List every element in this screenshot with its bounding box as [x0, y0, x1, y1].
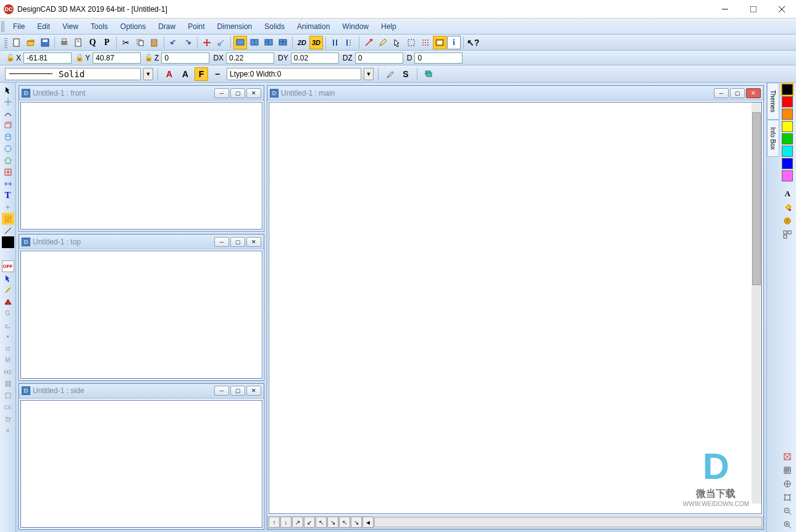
snap-tan-icon[interactable] — [2, 413, 14, 425]
color-swatch-black[interactable] — [782, 84, 793, 95]
pointer-icon[interactable] — [2, 84, 14, 96]
mode-3d-button[interactable]: 3D — [309, 36, 323, 49]
text-t-icon[interactable]: T — [2, 189, 14, 201]
color-swatch-orange[interactable] — [782, 109, 793, 120]
dy-input[interactable] — [291, 52, 339, 64]
d-input[interactable] — [414, 52, 463, 64]
page-icon[interactable] — [72, 36, 85, 49]
panel-close-button[interactable]: ✕ — [246, 386, 261, 396]
zoom-out-icon[interactable] — [781, 505, 794, 517]
hatch-icon[interactable] — [2, 213, 14, 225]
target-x-icon[interactable] — [781, 451, 794, 463]
undo-icon[interactable] — [167, 36, 180, 49]
dz-input[interactable] — [355, 52, 403, 64]
menu-draw[interactable]: Draw — [152, 20, 182, 33]
color-swatch-yellow[interactable] — [782, 121, 793, 132]
dx-input[interactable] — [226, 52, 274, 64]
nav-se-icon[interactable]: ↘ — [327, 517, 338, 528]
properties-p-icon[interactable]: P — [100, 36, 114, 49]
text-f-button[interactable]: F — [195, 67, 208, 81]
x-input[interactable] — [23, 52, 72, 64]
screen1-icon[interactable] — [233, 36, 247, 49]
nav-left-icon[interactable]: ↖ — [339, 517, 350, 528]
paint-bucket-icon[interactable] — [781, 201, 794, 214]
curve-icon[interactable] — [2, 107, 14, 119]
panel-minimize-button[interactable]: ─ — [214, 237, 229, 247]
ltype-display[interactable]: Ltype:0 Width:0 — [227, 68, 361, 80]
color-black-swatch[interactable] — [2, 236, 14, 248]
mode-2d-button[interactable]: 2D — [295, 36, 309, 49]
vertical-scrollbar[interactable] — [752, 102, 761, 504]
nav-scroll-left-icon[interactable]: ◄ — [362, 517, 374, 528]
panel-maximize-button[interactable]: ▢ — [230, 386, 245, 396]
print-icon[interactable] — [57, 36, 71, 49]
line-icon[interactable] — [2, 225, 14, 236]
off-button[interactable]: OFF — [2, 260, 14, 272]
plus-icon[interactable]: + — [2, 201, 14, 213]
parallel2-icon[interactable] — [343, 36, 356, 49]
panel-close-button[interactable]: ✕ — [246, 237, 261, 247]
tool-m2[interactable]: M2 — [2, 366, 14, 378]
panel-maximize-button[interactable]: ▢ — [730, 88, 745, 98]
info-box-icon[interactable] — [433, 36, 446, 49]
tab-infobox[interactable]: Info Box — [767, 120, 779, 157]
nav-sw-icon[interactable]: ↙ — [304, 517, 315, 528]
panel-minimize-button[interactable]: ─ — [714, 88, 729, 98]
s-button[interactable]: S — [399, 67, 413, 81]
color-swatch-magenta[interactable] — [782, 170, 793, 181]
tool-i2[interactable]: I2 — [2, 343, 14, 354]
panel-front-titlebar[interactable]: D Untitled-1 : front ─ ▢ ✕ — [19, 86, 264, 101]
cut-icon[interactable]: ✂ — [119, 36, 133, 49]
text-a-red-button[interactable]: A — [162, 67, 176, 81]
tool-g[interactable]: G — [2, 307, 14, 319]
nav-nw-icon[interactable]: ↖ — [316, 517, 327, 528]
box-icon[interactable] — [2, 119, 14, 131]
scrollbar-thumb[interactable] — [752, 112, 761, 285]
grid-icon[interactable] — [2, 166, 14, 178]
help-icon[interactable]: ↖? — [466, 36, 480, 49]
panel-main-titlebar[interactable]: D Untitled-1 : main ─ ▢ ✕ — [267, 86, 763, 101]
triangle-icon[interactable] — [2, 296, 14, 307]
red-arrow-icon[interactable] — [362, 36, 375, 49]
info-i-icon[interactable]: i — [447, 36, 461, 49]
panel-top-titlebar[interactable]: D Untitled-1 : top ─ ▢ ✕ — [19, 235, 264, 249]
nav-up-icon[interactable]: ↑ — [269, 517, 280, 528]
menu-edit[interactable]: Edit — [31, 20, 56, 33]
snap-perp-icon[interactable] — [2, 319, 14, 331]
close-button[interactable] — [768, 0, 796, 19]
nav-right-icon[interactable]: ↘ — [351, 517, 362, 528]
grid-toggle-icon[interactable] — [781, 464, 794, 476]
screen2-icon[interactable] — [248, 36, 261, 49]
line-style-select[interactable]: Solid — [5, 68, 141, 80]
dimension-icon[interactable] — [2, 178, 14, 189]
panel-close-button[interactable]: ✕ — [746, 88, 761, 98]
save-icon[interactable] — [38, 36, 52, 49]
snap-icon[interactable] — [214, 36, 228, 49]
panel-side-canvas[interactable] — [20, 400, 262, 528]
menu-options[interactable]: Options — [114, 20, 152, 33]
color-swatch-blue[interactable] — [782, 158, 793, 169]
panel-maximize-button[interactable]: ▢ — [230, 237, 245, 247]
pencil-icon[interactable] — [376, 36, 390, 49]
cylinder-icon[interactable] — [2, 131, 14, 143]
menu-file[interactable]: File — [7, 20, 31, 33]
grip[interactable] — [4, 37, 7, 48]
menu-view[interactable]: View — [56, 20, 85, 33]
cursor-arrow-icon[interactable] — [390, 36, 404, 49]
tool-c6[interactable]: C6 — [2, 401, 14, 413]
panel-minimize-button[interactable]: ─ — [214, 88, 229, 98]
snap-point-icon[interactable]: • — [2, 331, 14, 343]
snap-x-icon[interactable]: × — [2, 425, 14, 436]
grid-dots-icon[interactable] — [419, 36, 432, 49]
paste-icon[interactable] — [148, 36, 161, 49]
fit-icon[interactable] — [781, 491, 794, 504]
color-swatch-cyan[interactable] — [782, 146, 793, 157]
menu-window[interactable]: Window — [336, 20, 375, 33]
lock-icon[interactable]: 🔓 — [6, 54, 15, 62]
polygon-icon[interactable] — [2, 154, 14, 166]
menu-dimension[interactable]: Dimension — [211, 20, 259, 33]
crosshair-icon[interactable] — [2, 96, 14, 107]
layout-icon[interactable] — [781, 228, 794, 241]
ltype-dropdown[interactable]: ▼ — [364, 68, 374, 80]
menu-help[interactable]: Help — [375, 20, 403, 33]
